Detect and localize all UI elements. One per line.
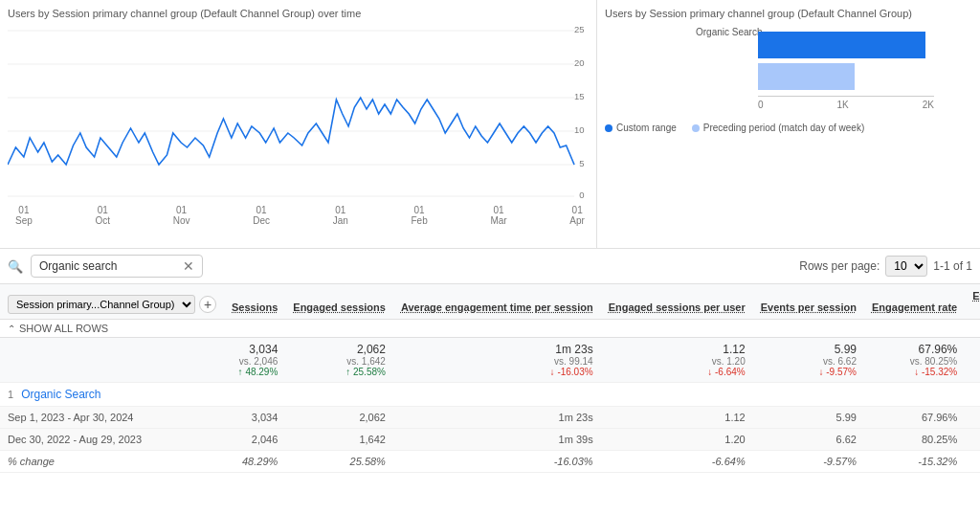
svg-text:20: 20 bbox=[574, 58, 585, 68]
legend-label-preceding: Preceding period (match day of week) bbox=[703, 123, 864, 133]
totals-ec-main: 18,160 bbox=[972, 343, 980, 356]
data-table: Session primary...Channel Group) + Sessi… bbox=[0, 284, 980, 473]
change-row: % change 48.29% 25.58% -16.03% -6.64% -9… bbox=[0, 451, 980, 473]
line-chart-title: Users by Session primary channel group (… bbox=[8, 8, 592, 19]
main-container: Users by Session primary channel group (… bbox=[0, 0, 980, 514]
rows-per-page-select[interactable]: 10 25 50 bbox=[885, 256, 927, 277]
col-header-event-count: Event count All events ▾ bbox=[965, 284, 980, 320]
col-header-engaged: Engaged sessions bbox=[285, 284, 393, 320]
period-1-engaged: 2,062 bbox=[285, 407, 393, 429]
col-event-count-label: Event count bbox=[972, 290, 980, 302]
bar-legend: Custom range Preceding period (match day… bbox=[605, 123, 864, 133]
period-2-engaged: 1,642 bbox=[285, 429, 393, 451]
bar-row-label: Organic Search bbox=[696, 27, 762, 37]
period-1-epu: 1.12 bbox=[601, 407, 753, 429]
legend-custom-range: Custom range bbox=[605, 123, 677, 133]
legend-dot-custom bbox=[605, 124, 612, 132]
period-2-ec: 13,542 bbox=[965, 429, 980, 451]
totals-epu-vs: vs. 1.20 bbox=[609, 356, 746, 367]
period-row-1: Sep 1, 2023 - Apr 30, 2024 3,034 2,062 1… bbox=[0, 407, 980, 429]
period-2-label: Dec 30, 2022 - Aug 29, 2023 bbox=[0, 429, 224, 451]
totals-er-main: 67.96% bbox=[872, 343, 957, 356]
search-text: Organic search bbox=[39, 259, 177, 273]
totals-sessions-vs: vs. 2,046 bbox=[232, 356, 278, 367]
col-sessions-label: Sessions bbox=[232, 302, 278, 313]
period-1-ec: 18,160 bbox=[965, 407, 980, 429]
chevron-icon: ⌃ bbox=[8, 324, 15, 334]
totals-engaged-per-user: 1.12 vs. 1.20 ↓ -6.64% bbox=[601, 338, 753, 383]
totals-er-change: ↓ -15.32% bbox=[872, 367, 957, 377]
period-1-eps: 5.99 bbox=[753, 407, 864, 429]
x-label-nov: 01Nov bbox=[173, 205, 190, 226]
change-label: % change bbox=[0, 451, 224, 473]
change-er: -15.32% bbox=[864, 451, 965, 473]
organic-search-dim-cell: 1 Organic Search bbox=[0, 383, 224, 407]
totals-sessions: 3,034 vs. 2,046 ↑ 48.29% bbox=[224, 338, 285, 383]
totals-row: 3,034 vs. 2,046 ↑ 48.29% 2,062 vs. 1,642… bbox=[0, 338, 980, 383]
totals-epu-change: ↓ -6.64% bbox=[609, 367, 746, 377]
row-number: 1 bbox=[8, 389, 13, 400]
col-engagement-rate-label: Engagement rate bbox=[872, 302, 957, 313]
totals-events-per-session: 5.99 vs. 6.62 ↓ -9.57% bbox=[753, 338, 864, 383]
totals-engaged-change: ↑ 25.58% bbox=[293, 367, 386, 377]
search-box[interactable]: Organic search ✕ bbox=[31, 255, 203, 278]
col-engaged-label: Engaged sessions bbox=[293, 302, 386, 313]
col-header-sessions: Sessions bbox=[224, 284, 285, 320]
x-label-feb: 01Feb bbox=[412, 205, 428, 226]
col-engaged-per-user-label: Engaged sessions per user bbox=[609, 302, 746, 313]
period-row-2: Dec 30, 2022 - Aug 29, 2023 2,046 1,642 … bbox=[0, 429, 980, 451]
rows-per-page-container: Rows per page: 10 25 50 1-1 of 1 bbox=[799, 256, 972, 277]
x-label-jan: 01Jan bbox=[333, 205, 348, 226]
pagination-info: 1-1 of 1 bbox=[933, 259, 972, 273]
totals-engagement-rate: 67.96% vs. 80.25% ↓ -15.32% bbox=[864, 338, 965, 383]
period-1-avg-time: 1m 23s bbox=[393, 407, 601, 429]
bar-x-label-1k: 1K bbox=[837, 100, 849, 110]
period-1-er: 67.96% bbox=[864, 407, 965, 429]
change-avg-time: -16.03% bbox=[393, 451, 601, 473]
svg-text:0: 0 bbox=[579, 190, 584, 200]
totals-ec-change: ↑ 34.1% bbox=[972, 367, 980, 377]
totals-eps-main: 5.99 bbox=[761, 343, 857, 356]
period-2-sessions: 2,046 bbox=[224, 429, 285, 451]
show-all-rows-button[interactable]: ⌃ SHOW ALL ROWS bbox=[8, 323, 980, 334]
line-chart-svg: 25 20 15 10 5 0 bbox=[8, 23, 592, 200]
organic-search-header-row: 1 Organic Search bbox=[0, 383, 980, 407]
totals-er-vs: vs. 80.25% bbox=[872, 356, 957, 367]
x-label-apr: 01Apr bbox=[569, 205, 585, 226]
col-avg-time-label: Average engagement time per session bbox=[401, 302, 593, 313]
bar-x-label-2k: 2K bbox=[923, 100, 934, 110]
x-axis-labels: 01Sep 01Oct 01Nov 01Dec 01Jan 01Feb 01Ma… bbox=[8, 205, 592, 226]
col-header-avg-time: Average engagement time per session bbox=[393, 284, 601, 320]
legend-label-custom: Custom range bbox=[616, 123, 677, 133]
show-rows-row: ⌃ SHOW ALL ROWS bbox=[0, 320, 980, 338]
bottom-section: 🔍 Organic search ✕ Rows per page: 10 25 … bbox=[0, 249, 980, 514]
change-sessions: 48.29% bbox=[224, 451, 285, 473]
rows-per-page-label: Rows per page: bbox=[799, 259, 880, 273]
add-dimension-button[interactable]: + bbox=[199, 296, 216, 313]
col-header-engaged-per-user: Engaged sessions per user bbox=[601, 284, 753, 320]
table-container: Session primary...Channel Group) + Sessi… bbox=[0, 284, 980, 514]
period-2-eps: 6.62 bbox=[753, 429, 864, 451]
totals-engaged-vs: vs. 1,642 bbox=[293, 356, 386, 367]
totals-epu-main: 1.12 bbox=[609, 343, 746, 356]
totals-engaged-main: 2,062 bbox=[293, 343, 386, 356]
bar-light bbox=[758, 63, 855, 90]
search-icon: 🔍 bbox=[8, 259, 23, 274]
search-clear-icon[interactable]: ✕ bbox=[183, 258, 194, 274]
period-2-avg-time: 1m 39s bbox=[393, 429, 601, 451]
table-dim-header-row: Session primary...Channel Group) + Sessi… bbox=[0, 284, 980, 320]
organic-search-name[interactable]: Organic Search bbox=[21, 388, 100, 401]
period-1-sessions: 3,034 bbox=[224, 407, 285, 429]
totals-avg-time: 1m 23s vs. 99.14 ↓ -16.03% bbox=[393, 338, 601, 383]
totals-eps-vs: vs. 6.62 bbox=[761, 356, 857, 367]
totals-avg-time-change: ↓ -16.03% bbox=[401, 367, 593, 377]
legend-preceding: Preceding period (match day of week) bbox=[692, 123, 864, 133]
bar-chart-section: Users by Session primary channel group (… bbox=[597, 0, 980, 248]
svg-text:15: 15 bbox=[574, 92, 585, 101]
period-2-epu: 1.20 bbox=[601, 429, 753, 451]
col-events-per-session-label: Events per session bbox=[761, 302, 857, 313]
charts-row: Users by Session primary channel group (… bbox=[0, 0, 980, 249]
dimension-select[interactable]: Session primary...Channel Group) bbox=[8, 295, 195, 314]
totals-ec-vs: vs. 13,542 bbox=[972, 356, 980, 367]
organic-search-empty bbox=[224, 383, 980, 407]
